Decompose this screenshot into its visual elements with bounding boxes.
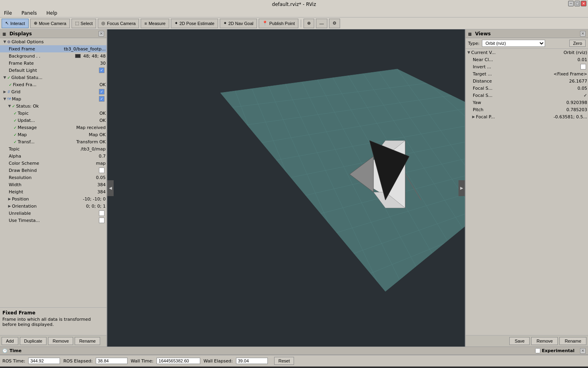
- map-status-map-row[interactable]: ✓ Map Map OK: [0, 131, 106, 138]
- window-controls[interactable]: ─ □ ✕: [568, 1, 586, 6]
- map-drawbehind-row[interactable]: Draw Behind: [0, 167, 106, 174]
- duplicate-display-button[interactable]: Duplicate: [20, 337, 47, 345]
- point-icon: 📍: [262, 21, 268, 26]
- rename-view-button[interactable]: Rename: [559, 337, 586, 345]
- publish-point-button[interactable]: 📍 Publish Point: [259, 19, 298, 28]
- pose-estimate-button[interactable]: ✦ 2D Pose Estimate: [171, 19, 218, 28]
- interact-button[interactable]: ↖ Interact: [2, 19, 29, 28]
- tooltip-text: Frame into which all data is transformed…: [2, 317, 104, 327]
- map-resolution-row[interactable]: Resolution 0.05: [0, 174, 106, 181]
- ros-time-input[interactable]: [28, 358, 60, 364]
- frame-rate-row[interactable]: Frame Rate 30: [0, 60, 106, 67]
- grid-check[interactable]: ✓: [99, 89, 104, 94]
- map-alpha-row[interactable]: Alpha 0.7: [0, 152, 106, 160]
- map-check[interactable]: ✓: [99, 96, 104, 102]
- focal-s2-row[interactable]: Focal S... ✓: [466, 92, 588, 99]
- experimental-checkbox[interactable]: [535, 348, 540, 353]
- map-width-row[interactable]: Width 384: [0, 181, 106, 188]
- global-status-expand[interactable]: ▼: [2, 75, 7, 79]
- minimize-button[interactable]: ─: [568, 1, 574, 6]
- viewport[interactable]: ◀ ▶: [107, 29, 465, 347]
- menu-file[interactable]: File: [2, 10, 14, 17]
- map-row[interactable]: ▼ 🗺 Map ✓: [0, 95, 106, 102]
- map-position-row[interactable]: ▶ Position -10; -10; 0: [0, 195, 106, 202]
- invert-check[interactable]: [580, 64, 586, 69]
- unreliable-check[interactable]: [99, 210, 104, 216]
- map-status-transform-row[interactable]: ✓ Transf... Transform OK: [0, 138, 106, 145]
- map-status-update-row[interactable]: ✓ Updat... OK: [0, 117, 106, 124]
- focal-s1-row[interactable]: Focal S... 0.05: [466, 85, 588, 92]
- experimental-area: Experimental: [535, 348, 574, 353]
- map-topic-row[interactable]: Topic /tb3_0/map: [0, 145, 106, 152]
- map-height-row[interactable]: Height 384: [0, 188, 106, 195]
- main-layout: ▦ Displays ✕ ▼ ⚙ Global Options Fixed Fr…: [0, 29, 588, 347]
- global-options-row[interactable]: ▼ ⚙ Global Options: [0, 38, 106, 45]
- zero-button[interactable]: Zero: [569, 40, 586, 47]
- background-row[interactable]: Background . . 48; 48; 48: [0, 52, 106, 60]
- add-display-button[interactable]: Add: [2, 337, 18, 345]
- wall-time-input[interactable]: [157, 358, 200, 364]
- views-type-select[interactable]: Orbit (rviz) XY Orbit (rviz) FPS (rviz) …: [482, 40, 545, 47]
- global-options-icon: ⚙: [7, 40, 11, 44]
- toolbar-extra-1[interactable]: ⊕: [304, 19, 314, 28]
- orientation-expand[interactable]: ▶: [7, 204, 12, 208]
- global-status-row[interactable]: ▼ ✓ Global Statu...: [0, 74, 106, 81]
- wall-elapsed-input[interactable]: [236, 358, 268, 364]
- map-orientation-row[interactable]: ▶ Orientation 0; 0; 0; 1: [0, 202, 106, 210]
- map-status-topic-row[interactable]: ✓ Topic OK: [0, 110, 106, 117]
- near-clip-row[interactable]: Near Cl... 0.01: [466, 56, 588, 63]
- grid-row[interactable]: ▶ # Grid ✓: [0, 88, 106, 95]
- window-title: default.rviz* - RViz: [272, 2, 316, 7]
- focus-camera-button[interactable]: ◎ Focus Camera: [98, 19, 139, 28]
- collapse-left-button[interactable]: ◀: [107, 180, 114, 196]
- pitch-row[interactable]: Pitch 0.785203: [466, 106, 588, 113]
- distance-row[interactable]: Distance 26.1677: [466, 77, 588, 85]
- yaw-row[interactable]: Yaw 0.920398: [466, 99, 588, 106]
- map-expand[interactable]: ▼: [2, 97, 7, 101]
- map-status-message-row[interactable]: ✓ Message Map received: [0, 124, 106, 131]
- menu-panels[interactable]: Panels: [19, 10, 39, 17]
- time-close-button[interactable]: ✕: [580, 348, 586, 354]
- grid-expand[interactable]: ▶: [2, 90, 7, 94]
- displays-close-button[interactable]: ✕: [99, 31, 104, 37]
- collapse-right-button[interactable]: ▶: [458, 180, 465, 196]
- focal-p-expand[interactable]: ▶: [471, 115, 476, 119]
- focus-icon: ◎: [101, 21, 105, 26]
- default-light-row[interactable]: Default Light ✓: [0, 67, 106, 74]
- measure-button[interactable]: ≡ Measure: [141, 19, 169, 28]
- move-camera-button[interactable]: ⊕ Move Camera: [30, 19, 70, 28]
- remove-display-button[interactable]: Remove: [48, 337, 73, 345]
- current-view-expand[interactable]: ▼: [466, 50, 471, 54]
- time-title: Time: [10, 348, 21, 353]
- map-unreliable-row[interactable]: Unreliable: [0, 210, 106, 217]
- focal-p-row[interactable]: ▶ Focal P... -0.63581; 0.5...: [466, 113, 588, 120]
- map-colorscheme-row[interactable]: Color Scheme map: [0, 160, 106, 167]
- ros-elapsed-input[interactable]: [96, 358, 128, 364]
- reset-time-button[interactable]: Reset: [274, 357, 294, 365]
- toolbar-extra-3[interactable]: ⚙: [329, 19, 340, 28]
- select-button[interactable]: ⬚ Select: [72, 19, 97, 28]
- nav-goal-button[interactable]: ✦ 2D Nav Goal: [220, 19, 257, 28]
- global-options-expand[interactable]: ▼: [2, 40, 7, 44]
- default-light-check[interactable]: ✓: [99, 67, 104, 73]
- rename-display-button[interactable]: Rename: [75, 337, 100, 345]
- toolbar-extra-2[interactable]: —: [316, 19, 327, 28]
- close-button[interactable]: ✕: [581, 1, 586, 6]
- draw-behind-check[interactable]: [99, 168, 104, 173]
- maximize-button[interactable]: □: [574, 1, 580, 6]
- global-status-fixedframe-row[interactable]: ✓ Fixed Fra... OK: [0, 81, 106, 88]
- map-usetimestamp-row[interactable]: Use Timesta...: [0, 217, 106, 224]
- target-row[interactable]: Target ... <Fixed Frame>: [466, 70, 588, 77]
- current-view-row[interactable]: ▼ Current V... Orbit (rviz): [466, 49, 588, 56]
- use-timestamp-check[interactable]: [99, 218, 104, 223]
- fixed-frame-row[interactable]: Fixed Frame tb3_0/base_footp...: [0, 45, 106, 52]
- position-expand[interactable]: ▶: [7, 197, 12, 201]
- save-view-button[interactable]: Save: [509, 337, 530, 345]
- background-color-swatch[interactable]: [75, 54, 81, 58]
- views-close-button[interactable]: ✕: [580, 31, 586, 37]
- invert-row[interactable]: Invert ...: [466, 63, 588, 70]
- map-status-expand[interactable]: ▼: [7, 104, 12, 108]
- map-status-row[interactable]: ▼ ✓ Status: Ok: [0, 102, 106, 110]
- menu-help[interactable]: Help: [44, 10, 60, 17]
- remove-view-button[interactable]: Remove: [531, 337, 558, 345]
